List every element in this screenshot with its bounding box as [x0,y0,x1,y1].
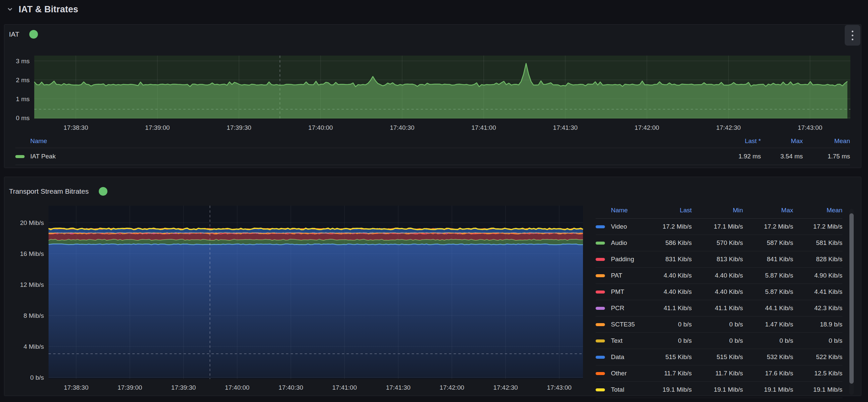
x-tick-label: 17:42:00 [634,124,659,131]
x-tick-label: 17:40:00 [308,124,333,131]
iat-legend: NameLast *MaxMeanIAT Peak1.92 ms3.54 ms1… [15,134,850,165]
legend-stat-value: 1.75 ms [803,153,850,160]
legend-stat-value: 17.1 Mib/s [692,223,743,230]
legend-stat-value: 4.40 Kib/s [639,288,692,295]
legend-stat-value: 5.87 Kib/s [743,272,793,279]
x-tick-label: 17:42:30 [493,384,518,391]
legend-stat-value: 4.90 Kib/s [793,272,842,279]
x-tick-label: 17:39:30 [227,124,251,131]
legend-stat-value: 19.1 Mib/s [743,386,793,393]
legend-stat-value: 19.1 Mib/s [692,386,743,393]
series-color-marker [596,225,605,228]
legend-series-label[interactable]: Audio [611,239,639,247]
legend-stat-value: 11.7 Kib/s [692,370,743,377]
legend-stat-value: 4.40 Kib/s [692,272,743,279]
legend-stat-value: 4.41 Kib/s [793,288,842,295]
legend-series-label[interactable]: Padding [611,256,639,263]
legend-series-label[interactable]: PAT [611,272,639,279]
legend-stat-value: 5.87 Kib/s [743,288,793,295]
health-ok-icon [99,187,107,196]
bitrates-legend-table: NameLastMinMaxMeanVideo17.2 Mib/s17.1 Mi… [596,202,842,398]
table-row-other: Other11.7 Kib/s11.7 Kib/s17.6 Kib/s12.5 … [596,365,842,382]
x-tick-label: 17:39:30 [171,384,196,391]
x-tick-label: 17:38:30 [64,124,88,131]
table-row-total: Total19.1 Mib/s19.1 Mib/s19.1 Mib/s19.1 … [596,382,842,398]
y-tick-label: 16 Mib/s [20,250,44,257]
legend-stat-value: 17.2 Mib/s [743,223,793,230]
legend-stat-value: 813 Kib/s [692,256,743,263]
legend-stat-value: 586 Kib/s [639,239,692,247]
y-tick-label: 8 Mib/s [24,312,44,319]
x-tick-label: 17:42:30 [716,124,741,131]
y-tick-label: 4 Mib/s [24,343,44,350]
x-tick-label: 17:40:30 [279,384,303,391]
health-ok-icon [29,30,38,38]
panel-bitrates-header: Transport Stream Bitrates [4,177,861,196]
table-header-last[interactable]: Last [639,207,692,214]
legend-series-label[interactable]: Text [611,337,639,344]
legend-stat-value: 1.92 ms [711,153,761,160]
x-tick-label: 17:39:00 [145,124,169,131]
table-row-data: Data515 Kib/s515 Kib/s532 Kib/s522 Kib/s [596,349,842,365]
table-row-audio: Audio586 Kib/s570 Kib/s587 Kib/s581 Kib/… [596,235,842,251]
x-tick-label: 17:41:00 [472,124,496,131]
legend-stat-value: 18.9 b/s [793,321,842,328]
legend-header-mean[interactable]: Mean [803,138,850,145]
x-tick-label: 17:41:30 [386,384,410,391]
legend-series-label[interactable]: Other [611,370,639,377]
legend-series-label[interactable]: IAT Peak [30,153,711,160]
legend-series-label[interactable]: Total [611,386,639,393]
legend-scrollbar-thumb[interactable] [849,213,854,384]
y-tick-label: 20 Mib/s [20,219,44,226]
series-color-marker [596,274,605,277]
legend-series-label[interactable]: SCTE35 [611,321,639,328]
legend-series-label[interactable]: PMT [611,288,639,295]
legend-stat-value: 17.2 Mib/s [793,223,842,230]
legend-stat-value: 44.1 Kib/s [743,305,793,312]
table-row-scte35: SCTE350 b/s0 b/s1.47 Kib/s18.9 b/s [596,316,842,333]
legend-series-label[interactable]: Video [611,223,639,230]
table-header-mean[interactable]: Mean [793,207,842,214]
legend-stat-value: 0 b/s [692,321,743,328]
legend-stat-value: 587 Kib/s [743,239,793,247]
legend-stat-value: 0 b/s [639,337,692,344]
series-area-video [49,244,583,378]
legend-header-last[interactable]: Last * [711,138,761,145]
legend-stat-value: 3.54 ms [761,153,803,160]
legend-stat-value: 515 Kib/s [692,353,743,361]
legend-scrollbar-track[interactable] [849,209,854,395]
series-color-marker [596,241,605,245]
legend-stat-value: 12.5 Kib/s [793,370,842,377]
x-tick-label: 17:38:30 [64,384,89,391]
x-tick-label: 17:40:30 [390,124,414,131]
legend-stat-value: 581 Kib/s [793,239,842,247]
y-tick-label: 0 b/s [30,374,44,381]
legend-stat-value: 17.2 Mib/s [639,223,692,230]
x-tick-label: 17:40:00 [225,384,249,391]
series-color-marker [596,290,605,293]
x-tick-label: 17:43:00 [547,384,572,391]
legend-stat-value: 11.7 Kib/s [639,370,692,377]
table-row-pat: PAT4.40 Kib/s4.40 Kib/s5.87 Kib/s4.90 Ki… [596,267,842,284]
legend-stat-value: 515 Kib/s [639,353,692,361]
legend-series-label[interactable]: PCR [611,305,639,312]
x-tick-label: 17:42:00 [440,384,464,391]
series-color-marker [596,356,605,359]
legend-stat-value: 1.47 Kib/s [743,321,793,328]
legend-header-max[interactable]: Max [761,138,803,145]
x-tick-label: 17:43:00 [798,124,823,131]
table-header-max[interactable]: Max [743,207,793,214]
legend-stat-value: 0 b/s [743,337,793,344]
legend-series-label[interactable]: Data [611,353,639,361]
panel-iat: IAT 0 ms1 ms2 ms3 ms17:38:3017:39:0017:3… [4,24,861,168]
table-header-min[interactable]: Min [692,207,743,214]
x-tick-label: 17:41:30 [553,124,578,131]
table-header-name[interactable]: Name [611,207,639,214]
y-tick-label: 3 ms [16,58,30,64]
legend-stat-value: 19.1 Mib/s [639,386,692,393]
legend-header-name[interactable]: Name [30,138,711,145]
y-tick-label: 12 Mib/s [20,281,44,288]
legend-stat-value: 17.6 Kib/s [743,370,793,377]
x-tick-label: 17:39:00 [117,384,142,391]
collapsible-row-header[interactable]: IAT & Bitrates [6,3,78,16]
